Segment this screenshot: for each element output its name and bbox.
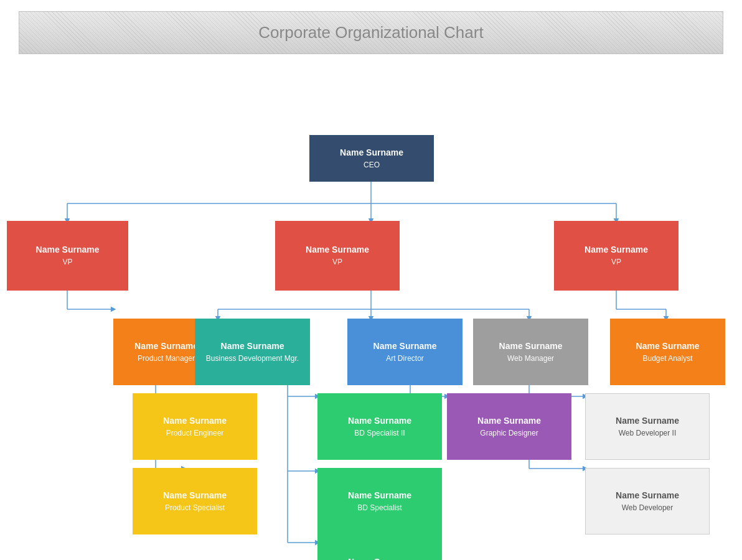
node-vp3[interactable]: Name Surname VP [554,221,679,291]
chart-header: Corporate Organizational Chart [19,11,723,54]
node-product-specialist[interactable]: Name Surname Product Specialist [133,468,257,534]
chart-title: Corporate Organizational Chart [258,23,483,42]
node-bd-specialist[interactable]: Name Surname BD Specialist [317,468,442,534]
page-wrapper: Corporate Organizational Chart [0,11,742,560]
node-vp1[interactable]: Name Surname VP [7,221,128,291]
node-web-developer[interactable]: Name Surname Web Developer [585,468,710,534]
node-web-manager[interactable]: Name Surname Web Manager [473,319,588,385]
node-web-developer2[interactable]: Name Surname Web Developer II [585,393,710,460]
node-ceo[interactable]: Name Surname CEO [309,135,434,182]
node-vp2[interactable]: Name Surname VP [275,221,400,291]
node-graphic-designer[interactable]: Name Surname Graphic Designer [447,393,571,460]
chart-area: Name Surname CEO Name Surname VP Name Su… [0,60,742,560]
node-bd-associate[interactable]: Name Surname BD Associate [317,534,442,560]
node-product-engineer[interactable]: Name Surname Product Engineer [133,393,257,460]
node-bd-specialist2[interactable]: Name Surname BD Specialist II [317,393,442,460]
node-biz-dev[interactable]: Name Surname Business Development Mgr. [195,319,310,385]
node-budget-analyst[interactable]: Name Surname Budget Analyst [610,319,725,385]
node-art-director[interactable]: Name Surname Art Director [347,319,463,385]
